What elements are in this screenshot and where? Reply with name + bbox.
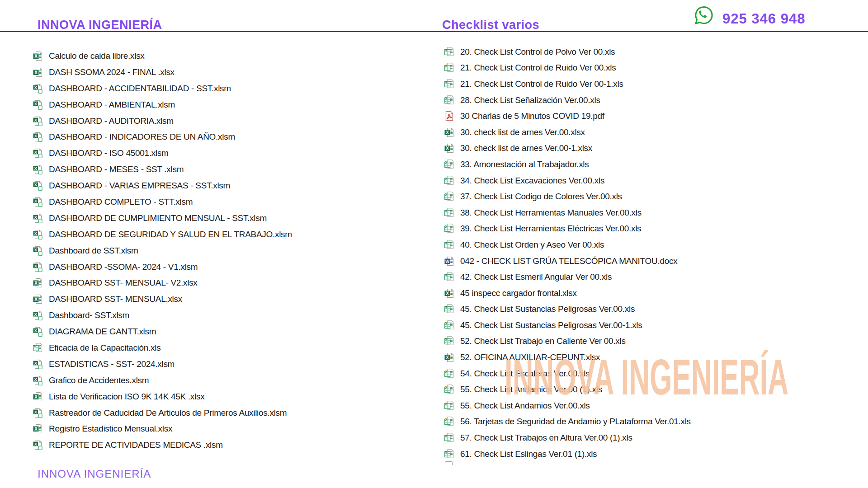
file-item[interactable]: X DASHBOARD SST- MENSUAL.xlsx [33,291,292,307]
file-name: 39. Check List Herramientas Eléctricas V… [460,224,641,234]
svg-text:W: W [445,259,449,263]
file-item[interactable]: X DASHBOARD - AMBIENTAL.xlsm [33,97,292,113]
file-item[interactable]: X DASHBOARD - VARIAS EMPRESAS - SST.xlsm [33,178,292,194]
file-item[interactable]: X Registro Estadistico Mensual.xlsx [33,421,292,437]
file-item[interactable]: X Lista de Verificacion ISO 9K 14K 45K .… [33,389,292,405]
whatsapp-phone-number[interactable]: 925 346 948 [722,11,805,27]
excel-xlsm-file-icon: X [33,359,43,369]
excel-xlsm-file-icon: X [33,100,43,110]
svg-text:X: X [34,344,36,347]
file-item[interactable]: X 56. Tarjetas de Seguridad de Andamio y… [444,414,691,430]
file-item[interactable]: X REPORTE DE ACTIVIDADES MEDICAS .xlsm [33,437,292,453]
excel-xls-file-icon: X [444,63,454,73]
svg-text:X: X [34,85,37,89]
excel-xlsx-file-icon: X [33,51,43,61]
file-item[interactable]: X 21. Check List Control de Ruido Ver 00… [444,60,691,76]
file-name: REPORTE DE ACTIVIDADES MEDICAS .xlsm [49,440,223,450]
file-item[interactable]: X DASHBOARD -SSOMA- 2024 - V1.xlsm [33,259,292,275]
file-item[interactable]: X DASHBOARD - INDICADORES DE UN AÑO.xlsm [33,129,292,145]
file-name: Eficacia de la Capacitación.xls [49,343,160,353]
file-item[interactable]: X Rastreador de Caducidad De Articulos d… [33,405,292,421]
excel-xlsm-file-icon: X [33,246,43,256]
svg-text:X: X [445,97,448,100]
file-name: DASHBOARD - INDICADORES DE UN AÑO.xlsm [49,132,235,142]
file-item[interactable]: X DASHBOARD SST- MENSUAL- V2.xlsx [33,275,292,291]
file-item[interactable]: X 55. Check List Andamios Ver.00 (1).xls [444,381,691,398]
excel-xlsm-file-icon: X [33,148,43,158]
file-item[interactable]: X DASH SSOMA 2024 - FINAL .xlsx [33,64,292,80]
whatsapp-icon[interactable] [693,5,714,26]
file-item[interactable]: X 45 inspecc cargador frontal.xlsx [444,285,691,301]
file-item[interactable]: X 37. Check List Codigo de Colores Ver.0… [444,188,691,205]
svg-text:X: X [445,386,448,389]
file-name: 45. Check List Sustancias Peligrosas Ver… [460,320,642,330]
file-item[interactable]: X 45. Check List Sustancias Peligrosas V… [444,301,691,318]
file-item[interactable]: X DASHBOARD - AUDITORIA.xlsm [33,113,292,129]
file-item[interactable]: X 61. Check List Eslingas Ver.01 (1).xls [444,446,691,462]
excel-xlsm-file-icon: X [33,197,43,207]
excel-xls-file-icon: X [444,79,454,89]
excel-xlsx-file-icon: X [33,294,43,304]
file-name: 45 inspecc cargador frontal.xlsx [460,288,577,298]
file-name: 30 Charlas de 5 Minutos COVID 19.pdf [460,111,604,121]
file-item[interactable]: X Dashboard- SST.xlsm [33,307,292,324]
file-name: ESTADISTICAS - SST- 2024.xlsm [49,359,175,369]
excel-xlsm-file-icon: X [33,164,43,174]
file-name: 45. Check List Sustancias Peligrosas Ver… [460,304,635,314]
file-item[interactable]: X 39. Check List Herramientas Eléctricas… [444,221,691,237]
file-item[interactable]: X 42. Check List Esmeril Angular Ver 00.… [444,269,691,285]
file-item[interactable]: X 52. Check List Trabajo en Caliente Ver… [444,333,691,350]
file-item[interactable]: X Calculo de caida libre.xlsx [33,48,292,64]
svg-text:X: X [445,65,448,68]
file-item[interactable]: W 042 - CHECK LIST GRÚA TELESCÓPICA MANI… [444,253,691,269]
svg-text:X: X [445,370,448,373]
file-item[interactable]: X DASHBOARD - MESES - SST .xlsm [33,161,292,178]
file-item[interactable]: X Grafico de Accidentes.xlsm [33,372,292,389]
svg-text:X: X [34,312,37,317]
file-item[interactable]: X DASHBOARD COMPLETO - STT.xlsm [33,194,292,210]
file-item[interactable]: X 33. Amonestación al Trabajador.xls [444,156,691,173]
file-item[interactable]: X DIAGRAMA DE GANTT.xlsm [33,324,292,340]
file-item[interactable]: X 54. Check List Escaleras Ver.00.xls [444,366,691,382]
page-title-checklist: Checklist varios [442,18,539,32]
file-item[interactable]: X 21. Check List Control de Ruido Ver 00… [444,76,691,92]
file-item[interactable]: X 38. Check List Herramientas Manuales V… [444,205,691,221]
svg-text:X: X [34,263,37,268]
file-item[interactable]: X Eficacia de la Capacitación.xls [33,340,292,356]
excel-xls-file-icon: X [444,160,454,169]
file-name: DASHBOARD -SSOMA- 2024 - V1.xlsm [49,262,198,272]
file-item[interactable]: X 52. OFICINA AUXILIAR-CEPUNT.xlsx [444,349,691,366]
file-item[interactable]: X 30. check list de arnes Ver.00-1.xlsx [444,141,691,157]
svg-text:X: X [34,328,37,333]
file-item[interactable]: X 28. Check List Señalización Ver.00.xls [444,92,691,108]
file-item[interactable]: X 40. Check List Orden y Aseo Ver 00.xls [444,237,691,253]
svg-text:X: X [445,241,448,244]
file-name: 042 - CHECK LIST GRÚA TELESCÓPICA MANITO… [460,256,677,266]
file-name: 38. Check List Herramientas Manuales Ver… [460,208,642,218]
file-name: DASH SSOMA 2024 - FINAL .xlsx [49,67,175,77]
svg-text:X: X [34,70,38,75]
svg-text:X: X [445,209,448,212]
file-item[interactable]: X Dashboard de SST.xlsm [33,243,292,259]
file-item[interactable]: X 30. check list de arnes Ver.00.xlsx [444,124,691,141]
file-item[interactable]: X ESTADISTICAS - SST- 2024.xlsm [33,356,292,372]
file-item[interactable]: X DASHBOARD DE SEGURIDAD Y SALUD EN EL T… [33,226,292,243]
file-name: 52. Check List Trabajo en Caliente Ver 0… [460,336,626,346]
file-item[interactable]: X DASHBOARD - ISO 45001.xlsm [33,145,292,161]
file-name: Calculo de caida libre.xlsx [49,51,145,61]
file-item[interactable]: 30 Charlas de 5 Minutos COVID 19.pdf [444,108,691,124]
file-item[interactable]: X 34. Check List Excavaciones Ver.00.xls [444,173,691,189]
excel-xls-file-icon: X [444,95,454,105]
file-item[interactable]: X DASHBOARD DE CUMPLIMIENTO MENSUAL - SS… [33,210,292,226]
excel-xlsm-file-icon: X [33,132,43,142]
file-item[interactable]: X DASHBOARD - ACCIDENTABILIDAD - SST.xls… [33,80,292,97]
page-title-left-brand: INNOVA INGENIERÍA [38,18,162,32]
file-item[interactable]: X 57. Check List Trabajos en Altura Ver.… [444,430,691,446]
file-item[interactable]: X 45. Check List Sustancias Peligrosas V… [444,317,691,333]
file-name: 33. Amonestación al Trabajador.xls [460,160,589,169]
svg-text:X: X [34,134,37,138]
file-item[interactable]: X 20. Check List Control de Polvo Ver 00… [444,44,691,60]
file-item[interactable]: X 55. Check List Andamios Ver.00.xls [444,398,691,414]
excel-xlsm-file-icon: X [33,230,43,239]
footer-brand-title: INNOVA INGENIERÍA [38,468,151,480]
